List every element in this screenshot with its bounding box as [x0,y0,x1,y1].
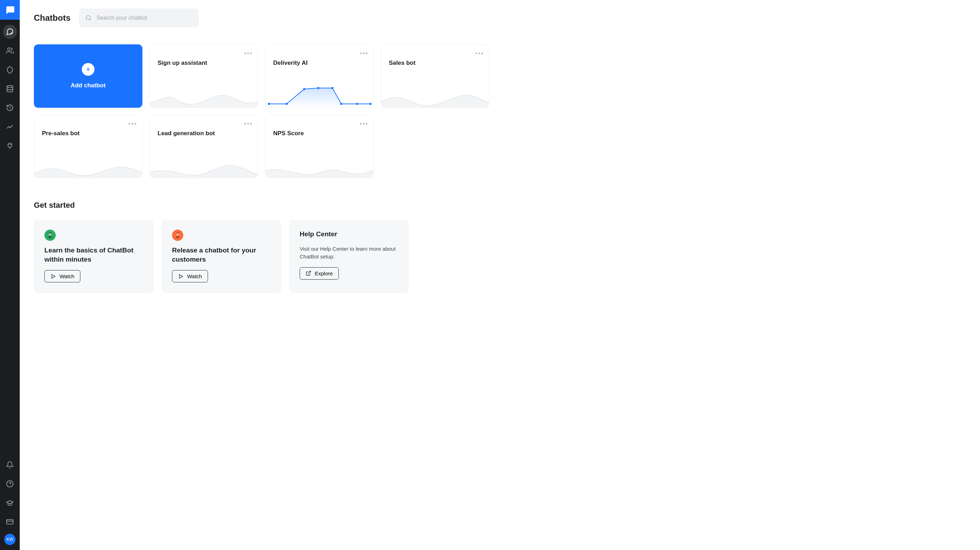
get-started-card: Learn the basics of ChatBot within minut… [34,220,154,293]
button-label: Explore [315,270,333,276]
nav-history-icon[interactable] [3,101,17,115]
svg-point-12 [331,87,334,89]
chatbot-name: Pre-sales bot [42,130,80,137]
nav-help-icon[interactable] [3,477,17,491]
svg-rect-4 [7,520,13,524]
chatbot-card[interactable]: ••• Lead generation bot [150,115,258,178]
sidebar: KW [0,0,20,550]
play-icon [51,274,56,279]
user-avatar[interactable]: KW [4,534,16,545]
nav-bell-icon[interactable] [3,458,17,472]
chatbot-card[interactable]: ••• Sign up assistant [150,44,258,108]
card-menu-icon[interactable]: ••• [128,121,137,127]
sparkline [34,153,142,178]
gs-card-title: Help Center [300,230,398,239]
chatbot-card[interactable]: ••• Sales bot [381,44,489,108]
sparkline [381,83,489,108]
svg-marker-17 [52,274,55,278]
card-menu-icon[interactable]: ••• [244,121,253,127]
svg-point-14 [356,103,358,105]
nav-database-icon[interactable] [3,82,17,96]
chatbot-card[interactable]: ••• NPS Score [265,115,374,178]
svg-point-1 [7,86,13,88]
nav-brain-icon[interactable] [3,63,17,77]
play-icon [178,274,184,279]
button-label: Watch [187,273,202,279]
sparkline [150,153,258,178]
sparkline [150,83,258,108]
explore-button[interactable]: Explore [300,267,339,280]
nav-billing-icon[interactable] [3,515,17,529]
page-title: Chatbots [34,13,70,23]
presenter-avatar [45,230,56,241]
svg-point-8 [268,103,270,105]
svg-point-0 [8,48,10,50]
add-chatbot-label: Add chatbot [70,82,105,89]
card-menu-icon[interactable]: ••• [360,50,368,57]
watch-button[interactable]: Watch [45,270,80,282]
logo[interactable] [0,0,20,20]
add-chatbot-card[interactable]: + Add chatbot [34,44,142,108]
get-started-title: Get started [34,201,966,210]
external-link-icon [305,270,311,276]
card-menu-icon[interactable]: ••• [475,50,484,57]
card-menu-icon[interactable]: ••• [244,50,253,57]
nav-education-icon[interactable] [3,496,17,510]
svg-point-10 [303,88,305,90]
chatbot-name: Sales bot [389,60,415,67]
sparkline [266,153,374,178]
search-input[interactable] [97,15,192,21]
chatbots-grid: + Add chatbot ••• Sign up assistant ••• … [34,44,966,178]
main-content: Chatbots + Add chatbot ••• Sign up assis… [20,0,980,550]
svg-point-9 [286,103,288,105]
presenter-avatar [172,230,183,241]
nav-chat-icon[interactable] [3,25,17,39]
chatbot-card[interactable]: ••• Deliverity AI [265,44,374,108]
svg-marker-19 [180,274,183,278]
svg-point-13 [340,103,342,105]
nav-analytics-icon[interactable] [3,120,17,134]
chatbot-name: NPS Score [273,130,304,137]
get-started-card: Release a chatbot for your customers Wat… [161,220,281,293]
card-menu-icon[interactable]: ••• [360,121,368,127]
svg-point-15 [369,103,372,105]
sparkline [266,83,374,108]
svg-point-6 [86,16,90,20]
search-icon [85,14,92,22]
svg-line-7 [89,19,91,20]
plus-icon: + [82,63,94,76]
watch-button[interactable]: Watch [172,270,208,282]
svg-line-20 [308,271,310,274]
gs-card-title: Learn the basics of ChatBot within minut… [45,246,143,264]
gs-card-title: Release a chatbot for your customers [172,246,271,264]
nav-plug-icon[interactable] [3,139,17,153]
gs-card-desc: Visit our Help Center to learn more abou… [300,245,398,261]
nav-users-icon[interactable] [3,44,17,58]
svg-point-11 [317,87,320,89]
chatbot-name: Deliverity AI [273,60,308,67]
button-label: Watch [60,273,75,279]
get-started-grid: Learn the basics of ChatBot within minut… [34,220,966,293]
header: Chatbots [34,8,966,27]
search-box[interactable] [79,8,199,27]
chatbot-card[interactable]: ••• Pre-sales bot [34,115,142,178]
chatbot-name: Lead generation bot [158,130,215,137]
chatbot-name: Sign up assistant [158,60,207,67]
get-started-card: Help Center Visit our Help Center to lea… [289,220,409,293]
